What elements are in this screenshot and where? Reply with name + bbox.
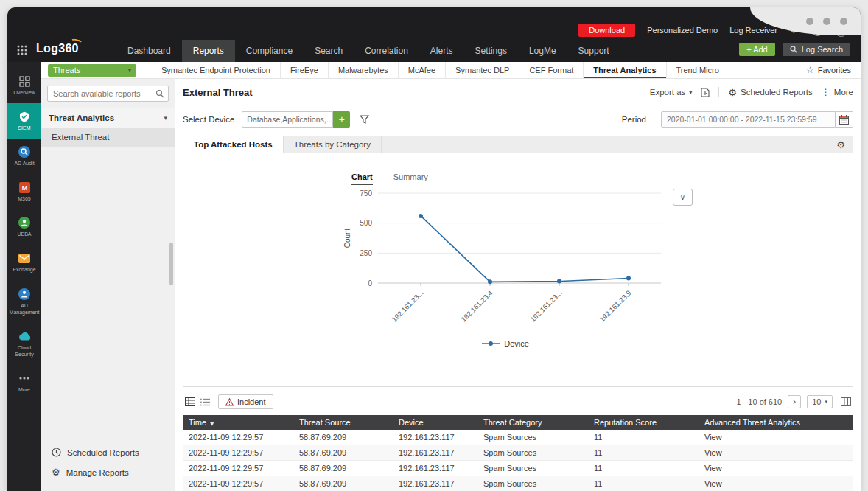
vendor-tabs: Symantec Endpoint ProtectionFireEyeMalwa… <box>152 62 729 78</box>
rail-item-more[interactable]: More <box>7 365 41 400</box>
view-link[interactable]: View <box>704 479 722 488</box>
report-category-dropdown[interactable]: Threats ▾ <box>48 64 136 77</box>
report-panel: Top Attacked HostsThreats by Category ⚙ … <box>183 136 853 387</box>
grid-view-button[interactable] <box>183 395 197 408</box>
table-row[interactable]: 2022-11-09 12:29:5758.87.69.209192.161.2… <box>183 445 853 461</box>
col-header-threat-category[interactable]: Threat Category <box>477 415 588 430</box>
add-device-button[interactable]: + <box>333 111 350 128</box>
favorites-button[interactable]: ☆ Favorites <box>806 65 861 75</box>
col-header-threat-source[interactable]: Threat Source <box>293 415 393 430</box>
col-header-device[interactable]: Device <box>393 415 477 430</box>
personalized-demo-link[interactable]: Personalized Demo <box>647 26 718 35</box>
nav-dashboard[interactable]: Dashboard <box>116 40 182 62</box>
scheduled-reports-button[interactable]: ⚙ Scheduled Reports <box>728 88 812 97</box>
rail-label: More <box>18 386 30 393</box>
col-header-time[interactable]: Time▼ <box>183 415 293 430</box>
svg-text:Count: Count <box>343 228 351 248</box>
svg-text:250: 250 <box>360 249 372 257</box>
manage-reports-link[interactable]: ⚙ Manage Reports <box>41 462 175 482</box>
chart-legend[interactable]: Device <box>340 339 671 348</box>
view-tab-chart[interactable]: Chart <box>351 173 373 185</box>
vendor-tab-mcafee[interactable]: McAfee <box>399 62 446 78</box>
report-search-input[interactable] <box>47 86 169 102</box>
col-header-reputation-score[interactable]: Reputation Score <box>588 415 699 430</box>
rail-item-ueba[interactable]: UEBA <box>7 209 41 245</box>
rail-item-ad-audit[interactable]: AD Audit <box>7 139 41 174</box>
sort-desc-icon[interactable]: ▼ <box>210 421 214 427</box>
rail-item-m365[interactable]: MM365 <box>7 174 41 209</box>
period-input[interactable]: 2020-01-01 00:00:00 - 2022-11-15 23:59:5… <box>661 111 836 128</box>
nav-settings[interactable]: Settings <box>464 40 518 62</box>
scheduled-reports-link[interactable]: Scheduled Reports <box>41 442 175 462</box>
nav-correlation[interactable]: Correlation <box>354 40 419 62</box>
table-row[interactable]: 2022-11-09 12:29:5758.87.69.209192.161.2… <box>183 476 853 491</box>
vendor-tab-symantec-endpoint-protection[interactable]: Symantec Endpoint Protection <box>152 62 281 78</box>
view-link[interactable]: View <box>704 448 722 457</box>
log-receiver-link[interactable]: Log Receiver <box>729 26 777 35</box>
app-rail: OverviewSIEMAD AuditMM365UEBAExchangeAD … <box>7 62 41 491</box>
brand: Log360 <box>7 7 116 62</box>
add-button[interactable]: + Add <box>739 43 774 56</box>
nav-search[interactable]: Search <box>304 40 354 62</box>
vendor-tab-threat-analytics[interactable]: Threat Analytics <box>584 62 666 78</box>
calendar-icon <box>839 115 849 125</box>
siem-shield-icon <box>19 111 29 122</box>
rail-item-cloud-security[interactable]: Cloud Security <box>7 323 41 365</box>
rail-item-exchange[interactable]: Exchange <box>7 245 41 280</box>
rail-label: M365 <box>18 195 31 202</box>
chart-options-dropdown[interactable]: ∨ <box>673 189 693 206</box>
nav-logme[interactable]: LogMe <box>518 40 567 62</box>
app-grid-icon[interactable] <box>17 45 27 55</box>
tab-threats-by-category[interactable]: Threats by Category <box>284 136 382 153</box>
filter-icon[interactable] <box>360 115 369 124</box>
download-button[interactable]: Download <box>578 24 635 37</box>
table-row[interactable]: 2022-11-09 12:29:5758.87.69.209192.161.2… <box>183 430 853 445</box>
svg-text:192.161.23.4: 192.161.23.4 <box>459 289 494 324</box>
rail-item-siem[interactable]: SIEM <box>7 103 41 139</box>
view-tab-summary[interactable]: Summary <box>393 173 428 185</box>
sidebar-scrollbar[interactable] <box>169 243 173 285</box>
view-link[interactable]: View <box>704 464 722 473</box>
cloud-security-icon <box>18 330 32 342</box>
incident-button[interactable]: Incident <box>218 394 273 409</box>
tab-top-attacked-hosts[interactable]: Top Attacked Hosts <box>183 136 284 153</box>
report-tab-bar: Top Attacked HostsThreats by Category ⚙ <box>183 136 853 153</box>
nav-compliance[interactable]: Compliance <box>235 40 304 62</box>
log-search-button[interactable]: Log Search <box>783 43 850 56</box>
rail-item-ad-management[interactable]: AD Management <box>7 281 41 323</box>
page-size-select[interactable]: 10 ▾ <box>807 395 833 408</box>
sidebar-footer: Scheduled Reports ⚙ Manage Reports <box>41 439 175 491</box>
table-row[interactable]: 2022-11-09 12:29:5758.87.69.209192.161.2… <box>183 461 853 476</box>
calendar-button[interactable] <box>836 111 853 128</box>
vendor-tab-symantec-dlp[interactable]: Symantec DLP <box>446 62 519 78</box>
panel-settings-gear-icon[interactable]: ⚙ <box>836 140 853 150</box>
col-header-advanced-threat-analytics[interactable]: Advanced Threat Analytics <box>699 415 853 430</box>
report-group-threat-analytics[interactable]: Threat Analytics ▾ <box>41 108 175 128</box>
vendor-tab-malwarebytes[interactable]: Malwarebytes <box>329 62 399 78</box>
device-input[interactable]: Database,Applications,... <box>242 111 333 128</box>
export-icon[interactable] <box>701 88 710 97</box>
list-view-button[interactable] <box>197 395 212 408</box>
nav-support[interactable]: Support <box>567 40 620 62</box>
clock-icon <box>52 448 61 457</box>
export-as-button[interactable]: Export as▾ <box>650 88 693 97</box>
more-dots-icon <box>19 372 29 384</box>
more-button[interactable]: ⋮ More <box>822 88 853 97</box>
rail-label: Cloud Security <box>9 344 40 358</box>
col-header-label: Threat Category <box>483 418 542 427</box>
next-page-button[interactable]: › <box>788 395 801 408</box>
nav-reports[interactable]: Reports <box>182 40 235 62</box>
rail-label: AD Audit <box>14 160 34 167</box>
column-chooser-button[interactable] <box>839 395 853 408</box>
svg-text:192.161.23...: 192.161.23... <box>390 289 424 324</box>
nav-alerts[interactable]: Alerts <box>419 40 464 62</box>
vendor-tab-trend-micro[interactable]: Trend Micro <box>667 62 729 78</box>
vendor-tab-cef-format[interactable]: CEF Format <box>519 62 584 78</box>
report-item-external-threat[interactable]: External Threat <box>41 128 175 147</box>
rail-label: Exchange <box>13 266 35 273</box>
view-link[interactable]: View <box>704 433 722 442</box>
topbar: Log360 Download Personalized Demo Log Re… <box>7 7 861 62</box>
vendor-tab-fireeye[interactable]: FireEye <box>281 62 329 78</box>
rail-item-overview[interactable]: Overview <box>7 68 41 103</box>
legend-line-icon <box>482 341 500 347</box>
